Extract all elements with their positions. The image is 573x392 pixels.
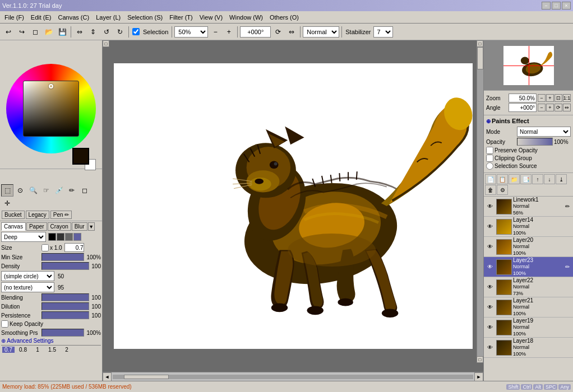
merge-btn[interactable]: ⤓ [556,174,567,184]
tool-pen[interactable]: ✏ [66,184,78,197]
new-layer-btn[interactable]: 📄 [485,174,496,184]
size-preset-08[interactable]: 0.8 [17,347,29,353]
menu-canvas[interactable]: Canvas (C) [55,13,93,22]
layer-item-linework1[interactable]: 👁 Linework1 Normal 56% ✏ [484,197,573,217]
texture-select[interactable]: (no texture) [1,282,54,292]
angle-plus-btn[interactable]: + [546,104,554,111]
persistence-slider[interactable] [41,311,89,319]
layer-eye-layer14[interactable]: 👁 [485,222,495,232]
layer-item-layer22[interactable]: 👁 Layer22 Normal 73% [484,277,573,297]
menu-window[interactable]: Window (W) [226,13,266,22]
layer-item-layer21[interactable]: 👁 Layer21 Normal 100% [484,297,573,318]
menu-others[interactable]: Others (O) [266,13,302,22]
smoothing-slider[interactable] [41,329,84,337]
circle-select[interactable]: (simple circle) [1,271,54,281]
toolbar-flip-v[interactable]: ⇕ [87,26,99,38]
color-wheel[interactable] [6,64,96,153]
layer-item-layer19[interactable]: 👁 Layer19 Normal 100% [484,318,573,338]
menu-file[interactable]: File (F) [1,13,27,22]
hscroll-left[interactable]: ◄ [103,372,112,381]
angle-minus-btn[interactable]: − [538,104,546,111]
tab-crayon[interactable]: Crayon [48,222,71,231]
selection-checkbox[interactable] [132,28,140,35]
angle-flip-btn[interactable]: ⇔ [563,104,571,111]
layer-extra-btn[interactable]: 📑 [520,174,532,184]
color-preset-4[interactable] [73,233,81,241]
zoom-value-input[interactable] [509,94,537,102]
angle-reset-btn[interactable]: ⟳ [554,104,562,111]
minimize-button[interactable]: − [542,2,551,10]
layer-item-layer23[interactable]: 👁 Layer23 Normal 100% ✏ [484,257,573,277]
move-up-btn[interactable]: ↑ [532,174,543,184]
mode-select[interactable]: NormalMultiplyScreenOverlay [517,127,571,137]
dilution-slider[interactable] [41,302,89,310]
menu-layer[interactable]: Layer (L) [93,13,124,22]
close-button[interactable]: × [562,2,571,10]
canvas-topleft-btn[interactable]: □ [103,40,109,47]
menu-filter[interactable]: Filter (T) [166,13,196,22]
layer-eye-layer18[interactable]: 👁 [485,343,495,353]
size-input[interactable] [64,243,84,252]
toolbar-save[interactable]: 💾 [56,26,68,38]
color-preset-3[interactable] [65,233,73,241]
tool-move[interactable]: ✛ [1,197,13,209]
alt-key[interactable]: Alt [533,384,543,390]
menu-edit[interactable]: Edit (E) [27,13,55,22]
hscroll-track[interactable] [113,375,473,379]
copy-layer-btn[interactable]: 📋 [497,174,508,184]
zoom-plus-btn[interactable]: + [546,94,554,102]
angle-reset[interactable]: ⟳ [272,26,284,38]
angle-flip[interactable]: ⇔ [285,26,298,38]
color-saturation-square[interactable] [23,81,79,137]
size-preset-2[interactable]: 2 [61,347,73,353]
blending-slider[interactable] [41,293,89,301]
blend-mode-select[interactable]: Normal [303,26,339,38]
brush-type-select[interactable]: DeepLightNormal [1,232,46,242]
advanced-settings-link[interactable]: ⊕ Advanced Settings [1,338,54,344]
layer-eye-layer23[interactable]: 👁 [485,262,495,272]
layer-eye-layer21[interactable]: 👁 [485,302,495,312]
spc-key[interactable]: SPC [544,384,558,390]
ctrl-key[interactable]: Ctrl [521,384,532,390]
menu-view[interactable]: View (V) [196,13,226,22]
density-slider[interactable] [41,262,89,270]
paints-effect-icon[interactable]: ⊕ [486,118,491,124]
brush-tabs-more[interactable]: ▼ [88,222,95,231]
angle-value-input[interactable] [509,103,537,112]
delete-layer-btn[interactable]: 🗑 [485,185,496,195]
canvas-vscroll[interactable]: ▲ ▼ [477,40,483,363]
legacy-pen-label[interactable]: Legacy [26,211,49,219]
folder-btn[interactable]: 📁 [509,174,520,184]
toolbar-rotate-left[interactable]: ↺ [100,26,113,38]
clipping-group-checkbox[interactable] [486,155,493,162]
zoom-reset-btn[interactable]: 1:1 [563,94,571,102]
canvas-bottomright-btn[interactable]: □ [477,356,483,363]
layer-item-layer14[interactable]: 👁 Layer14 Normal 100% [484,217,573,237]
size-checkbox[interactable] [41,244,49,251]
hscroll-right[interactable]: ► [474,372,483,381]
canvas-container[interactable]: ▲ ▼ □ □ □ [103,40,483,372]
toolbar-redo[interactable]: ↪ [16,26,28,38]
tool-hand[interactable]: ☞ [40,184,52,197]
color-preset-2[interactable] [57,233,64,241]
menu-selection[interactable]: Selection (S) [124,13,166,22]
tool-zoom[interactable]: 🔍 [27,184,39,197]
maximize-button[interactable]: □ [552,2,561,10]
zoom-minus[interactable]: − [209,26,221,38]
zoom-select[interactable]: 50%25%100% [174,26,208,38]
zoom-minus-btn[interactable]: − [538,94,546,102]
size-preset-1[interactable]: 1 [31,347,44,353]
drawing-canvas[interactable] [114,63,473,349]
tool-select-rect[interactable]: ⬚ [1,184,13,197]
zoom-fit-btn[interactable]: ⊡ [554,94,562,102]
layer-eye-layer19[interactable]: 👁 [485,323,495,333]
preserve-opacity-checkbox[interactable] [486,147,493,154]
tool-lasso[interactable]: ⊙ [14,184,26,197]
stabilizer-select[interactable]: 713510 [373,26,393,38]
any-key[interactable]: Any [558,384,571,390]
hscroll-thumb[interactable] [124,375,169,379]
layer-eye-linework1[interactable]: 👁 [485,202,495,212]
tool-eraser[interactable]: ◻ [78,184,91,197]
color-preset-1[interactable] [48,233,56,241]
toolbar-flip-h[interactable]: ⇔ [73,26,86,38]
